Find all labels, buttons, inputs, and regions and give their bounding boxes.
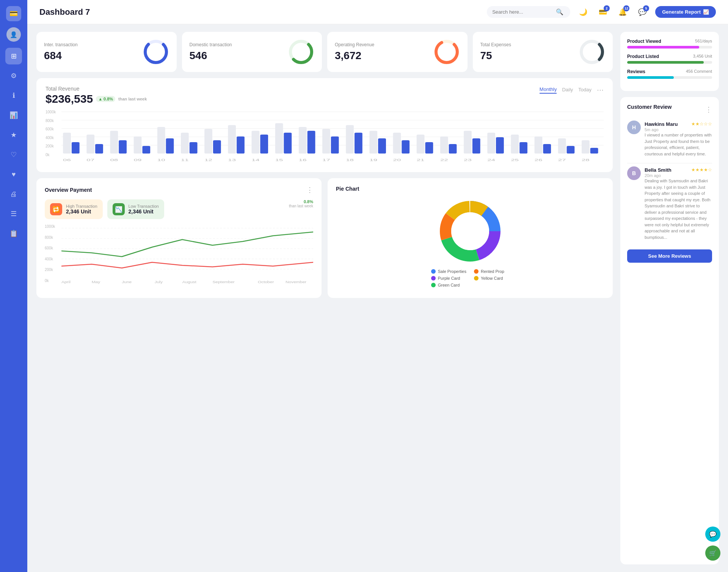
svg-text:10: 10 (157, 158, 165, 162)
svg-text:25: 25 (511, 158, 519, 162)
svg-text:November: November (286, 280, 307, 284)
svg-rect-57 (582, 140, 590, 154)
svg-text:April: April (61, 280, 71, 284)
svg-rect-24 (190, 142, 198, 154)
review-card-title: Customer Review (627, 104, 672, 110)
low-pct-value: 0.8% (289, 199, 313, 204)
low-transaction-badge: 📉 Low Transaction 2,346 Unit (107, 199, 164, 219)
float-cart-button[interactable]: 🛒 (705, 545, 720, 561)
search-box[interactable]: 🔍 (487, 6, 570, 18)
revenue-title: Total Revenue (46, 86, 147, 92)
sidebar-item-list[interactable]: ☰ (5, 205, 22, 222)
pie-card-title: Pie Chart (336, 186, 359, 192)
svg-rect-47 (464, 131, 472, 154)
svg-rect-29 (252, 131, 260, 154)
sidebar-logo[interactable]: 💳 (6, 6, 21, 21)
svg-text:07: 07 (86, 158, 94, 162)
svg-rect-50 (496, 137, 504, 154)
svg-rect-37 (346, 125, 354, 154)
wallet-icon-btn[interactable]: 💳 2 (596, 5, 610, 19)
dark-mode-toggle[interactable]: 🌙 (576, 5, 590, 19)
pie-chart-svg (436, 197, 504, 265)
legend-label-purple: Purple Card (438, 276, 460, 281)
svg-rect-55 (558, 138, 566, 154)
overview-y-labels: 1000k 800k 600k 400k 200k 0k (45, 224, 59, 290)
progress-fill-listed (627, 61, 704, 64)
line-chart-area: April May June July August September Oct… (61, 224, 313, 290)
svg-rect-21 (157, 127, 165, 154)
bell-icon-btn[interactable]: 🔔 12 (616, 5, 629, 19)
y-label-800k: 800k (46, 119, 60, 123)
legend-green-card: Green Card (431, 283, 466, 287)
svg-text:23: 23 (464, 158, 472, 162)
svg-rect-40 (378, 138, 386, 154)
stat-label-domestic: Domestic transaction (190, 42, 232, 47)
svg-text:October: October (258, 280, 274, 284)
user-avatar[interactable]: 👤 (6, 27, 21, 42)
sidebar-item-doc[interactable]: 📋 (5, 225, 22, 242)
sidebar-item-heart-outline[interactable]: ♡ (5, 146, 22, 163)
svg-rect-43 (417, 135, 425, 154)
overview-line-chart-svg: April May June July August September Oct… (61, 224, 313, 289)
svg-text:26: 26 (535, 158, 543, 162)
generate-report-button[interactable]: Generate Report 📈 (655, 6, 716, 18)
see-more-reviews-button[interactable]: See More Reviews (627, 249, 712, 263)
revenue-more-btn[interactable]: ⋯ (597, 86, 604, 94)
svg-rect-25 (204, 129, 212, 154)
sidebar-item-chart[interactable]: 📊 (5, 107, 22, 124)
high-transaction-icon: 🔁 (50, 203, 62, 215)
svg-rect-39 (369, 131, 377, 154)
stat-card-inter-transaction: Inter. transaction 684 (36, 32, 177, 72)
revenue-pct: 0.8% (104, 97, 113, 101)
svg-rect-44 (425, 142, 433, 154)
metric-val-listed: 3,456 Unit (693, 54, 712, 59)
reviewer-name-2: Bella Smith (645, 167, 672, 173)
search-input[interactable] (492, 9, 553, 15)
high-transaction-label: High Transaction (66, 204, 97, 208)
payment-badges: 🔁 High Transaction 2,346 Unit 📉 Low Tran… (45, 199, 313, 219)
legend-purple-card: Purple Card (431, 276, 466, 281)
svg-rect-20 (142, 146, 150, 154)
sidebar-item-star[interactable]: ★ (5, 127, 22, 143)
y-label-0k: 0k (46, 153, 60, 157)
reviewer-header-2: Bella Smith ★★★★☆ (645, 166, 712, 173)
svg-text:08: 08 (110, 158, 118, 162)
y-label-200k: 200k (46, 144, 60, 148)
pie-card-header: Pie Chart (336, 186, 604, 192)
content-right: Product Viewed 561/days Product Listed 3… (620, 32, 719, 564)
stat-value-inter: 684 (44, 50, 78, 62)
tab-daily[interactable]: Daily (562, 87, 573, 93)
sidebar-item-print[interactable]: 🖨 (5, 186, 22, 202)
donut-expenses (579, 39, 605, 65)
svg-rect-45 (440, 136, 448, 154)
svg-rect-26 (213, 140, 221, 154)
low-pct-label: than last week (289, 204, 313, 208)
stat-value-revenue: 3,672 (335, 50, 374, 62)
sidebar-item-settings[interactable]: ⚙ (5, 67, 22, 84)
overview-more-btn[interactable]: ⋮ (306, 186, 313, 194)
float-chat-button[interactable]: 💬 (705, 527, 720, 542)
stat-label-revenue: Operating Revenue (335, 42, 374, 47)
review-more-btn[interactable]: ⋮ (705, 105, 712, 114)
sidebar-item-dashboard[interactable]: ⊞ (5, 48, 22, 64)
svg-rect-52 (519, 142, 527, 154)
svg-rect-16 (95, 144, 103, 154)
progress-bar-reviews (627, 76, 712, 79)
sidebar-item-heart[interactable]: ♥ (5, 166, 22, 183)
revenue-compared-label: than last week (118, 97, 147, 101)
donut-domestic (288, 39, 314, 65)
svg-text:May: May (92, 280, 100, 284)
svg-text:27: 27 (558, 158, 566, 162)
chat-icon-btn[interactable]: 💬 5 (635, 5, 649, 19)
svg-rect-41 (393, 133, 401, 154)
svg-rect-48 (472, 138, 480, 154)
reviewer-stars-2: ★★★★☆ (691, 167, 712, 172)
tab-today[interactable]: Today (578, 87, 592, 93)
progress-fill-viewed (627, 46, 699, 49)
tab-monthly[interactable]: Monthly (540, 86, 557, 94)
high-transaction-badge: 🔁 High Transaction 2,346 Unit (45, 199, 103, 219)
review-text-1: I viewed a number of properties with Jus… (645, 132, 712, 157)
stat-card-operating-revenue: Operating Revenue 3,672 (327, 32, 468, 72)
svg-text:August: August (182, 280, 196, 284)
sidebar-item-info[interactable]: ℹ (5, 87, 22, 104)
